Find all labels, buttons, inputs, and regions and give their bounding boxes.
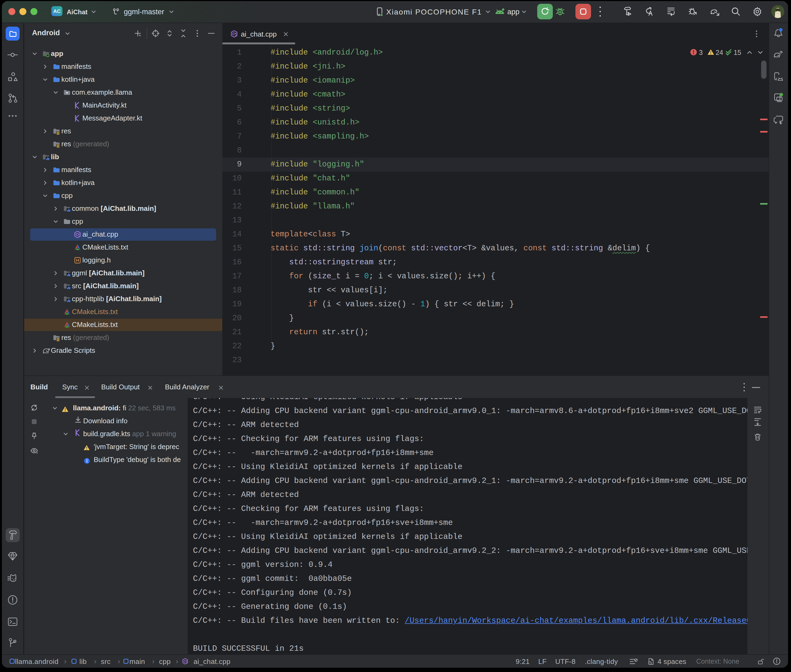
svg-text:C: C bbox=[184, 659, 186, 663]
svg-text:C: C bbox=[75, 232, 79, 237]
svg-text:C: C bbox=[232, 32, 235, 36]
